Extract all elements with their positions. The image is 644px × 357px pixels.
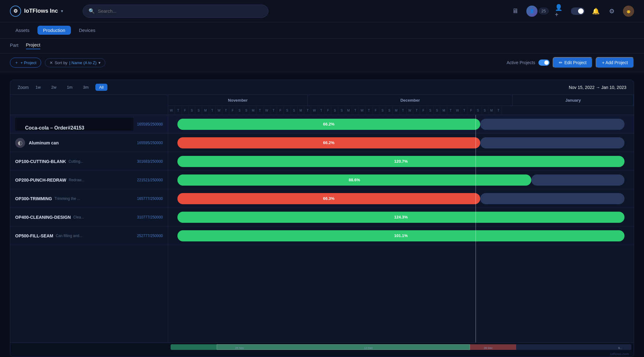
day-cell: S xyxy=(332,106,338,115)
day-cell: S xyxy=(236,106,243,115)
day-cell: S xyxy=(284,106,291,115)
settings-icon[interactable]: ⚙ xyxy=(607,6,617,16)
day-cell: W xyxy=(407,106,413,115)
theme-toggle[interactable] xyxy=(571,7,585,15)
tabs-row: Part Project xyxy=(0,38,644,53)
add-project-button-label: + Add Project xyxy=(602,60,628,65)
date-start: Nov 15, 2022 xyxy=(569,85,594,90)
edit-button-label: Edit Project xyxy=(564,60,587,65)
zoom-3m[interactable]: 3m xyxy=(79,84,92,91)
row-title: OP200-PUNCH-REDRAW xyxy=(15,178,66,183)
avatar-group[interactable]: 👤 25 xyxy=(526,6,549,17)
row-label-op400[interactable]: OP400-CLEANING-DESIGN Clea... 310777/250… xyxy=(10,208,168,227)
zoom-1m[interactable]: 1m xyxy=(63,84,76,91)
close-icon: ✕ xyxy=(50,60,53,65)
day-cell: T xyxy=(304,106,311,115)
minimap-label-dec26: 26 Dec xyxy=(484,346,493,350)
day-cell: F xyxy=(468,106,475,115)
gantt-bar-row-op200: 88.6% xyxy=(168,171,634,189)
remaining-bar-op200 xyxy=(531,174,624,186)
row-label-op500[interactable]: OP500-FILL-SEAM Can filling and... 25277… xyxy=(10,227,168,245)
search-input[interactable] xyxy=(98,8,263,14)
gantt-left-panel: Coca-cola – Order#24153 165595/250000 ◐ … xyxy=(10,115,168,342)
day-cell: S xyxy=(338,106,345,115)
day-cell: T xyxy=(209,106,216,115)
gantt-bar-row-op100: 120.7% xyxy=(168,152,634,171)
day-cell: S xyxy=(291,106,298,115)
day-cell: F xyxy=(182,106,189,115)
progress-bar-op100: 120.7% xyxy=(177,156,624,167)
day-cell: S xyxy=(434,106,441,115)
month-november: November xyxy=(168,95,308,106)
day-cell: W xyxy=(263,106,270,115)
remaining-bar-aluminum xyxy=(480,137,624,148)
day-cell: M xyxy=(202,106,209,115)
notification-icon[interactable]: 🔔 xyxy=(591,6,601,16)
sort-value: | Name (A to Z) xyxy=(69,60,97,65)
row-count: 165595/250000 xyxy=(137,122,163,126)
row-label-coca-cola[interactable]: Coca-cola – Order#24153 165595/250000 xyxy=(10,115,168,134)
user-avatar[interactable]: 👨 xyxy=(623,6,634,17)
edit-project-button[interactable]: ✏ Edit Project xyxy=(553,57,593,68)
row-label-op100[interactable]: OP100-CUTTING-BLANK Cutting... 301683/25… xyxy=(10,152,168,171)
day-cell: T xyxy=(318,106,325,115)
search-bar[interactable]: 🔍 xyxy=(83,5,268,18)
gantt-bar-row-aluminum-can: 66.2% xyxy=(168,134,634,152)
edit-icon: ✏ xyxy=(559,60,563,65)
minimap-bar-red xyxy=(470,344,516,350)
day-cell: S xyxy=(475,106,481,115)
gantt-timeline-header: November December January W T F S S M T xyxy=(168,95,634,115)
day-cell: M xyxy=(441,106,447,115)
zoom-2w[interactable]: 2w xyxy=(47,84,60,91)
minimap-label-jan: 9... xyxy=(618,346,622,350)
tab-part[interactable]: Part xyxy=(10,42,19,49)
date-arrow: → xyxy=(596,85,601,90)
day-cell: S xyxy=(481,106,488,115)
active-projects-label: Active Projects xyxy=(507,60,535,65)
month-december: December xyxy=(308,95,513,106)
brand-dropdown-icon[interactable]: ▾ xyxy=(61,9,63,13)
row-subtitle: Redraw... xyxy=(69,178,85,182)
add-project-button[interactable]: + Add Project xyxy=(596,57,634,68)
add-user-icon[interactable]: 👤+ xyxy=(555,6,565,16)
row-count: 165595/250000 xyxy=(137,141,163,145)
day-cell: M xyxy=(345,106,352,115)
minimap: 28 Nov 12 Dec 26 Dec 9... xyxy=(10,342,634,351)
day-cell: M xyxy=(250,106,257,115)
minimap-track[interactable]: 28 Nov 12 Dec 26 Dec 9... xyxy=(171,344,631,350)
nav-production[interactable]: Production xyxy=(37,26,71,35)
zoom-all[interactable]: All xyxy=(95,84,107,91)
nav-assets[interactable]: Assets xyxy=(10,26,35,35)
day-cell: F xyxy=(229,106,236,115)
day-cell: T xyxy=(461,106,468,115)
minimap-viewport[interactable] xyxy=(217,344,470,350)
monitor-icon[interactable]: 🖥 xyxy=(510,6,520,16)
nav-right-controls: 🖥 👤 25 👤+ 🔔 ⚙ 👨 xyxy=(510,6,634,17)
row-label-aluminum-can[interactable]: ◐ Aluminum can 165595/250000 xyxy=(10,134,168,152)
row-label-op200[interactable]: OP200-PUNCH-REDRAW Redraw... 221521/2500… xyxy=(10,171,168,189)
user-count: 25 xyxy=(539,8,549,14)
day-cell: F xyxy=(277,106,284,115)
day-cell: T xyxy=(270,106,277,115)
row-title: OP100-CUTTING-BLANK xyxy=(15,159,66,164)
gantt-right-panel: Wed, Dec 21 2022, 18:31 66.2% 66.2% xyxy=(168,115,634,342)
main-content: Zoom 1w 2w 1m 3m All Nov 15, 2022 → Jan … xyxy=(0,72,644,357)
row-label-op300[interactable]: OP300-TRIMMING Trimming the ... 165777/2… xyxy=(10,189,168,208)
sort-by-pill[interactable]: ✕ Sort by | Name (A to Z) ▾ xyxy=(45,58,105,67)
day-cell: S xyxy=(427,106,434,115)
row-subtitle: Can filling and... xyxy=(56,234,82,238)
nav-devices[interactable]: Devices xyxy=(73,26,101,35)
brand-logo[interactable]: ⚙ IoTFlows Inc ▾ xyxy=(10,6,63,17)
row-title: OP500-FILL-SEAM xyxy=(15,233,53,238)
progress-bar-aluminum: 66.2% xyxy=(177,137,480,148)
tab-project[interactable]: Project xyxy=(26,42,41,49)
today-line: Wed, Dec 21 2022, 18:31 xyxy=(476,115,476,342)
active-projects-control: Active Projects ✏ Edit Project + Add Pro… xyxy=(507,57,634,68)
zoom-1w[interactable]: 1w xyxy=(32,84,45,91)
add-project-pill[interactable]: ＋ + Project xyxy=(10,58,41,68)
day-cell: T xyxy=(413,106,420,115)
secondary-navigation: Assets Production Devices xyxy=(0,22,644,38)
active-projects-toggle[interactable] xyxy=(538,60,550,66)
avatar: 👤 xyxy=(526,6,537,17)
row-subtitle: Trimming the ... xyxy=(54,196,80,201)
